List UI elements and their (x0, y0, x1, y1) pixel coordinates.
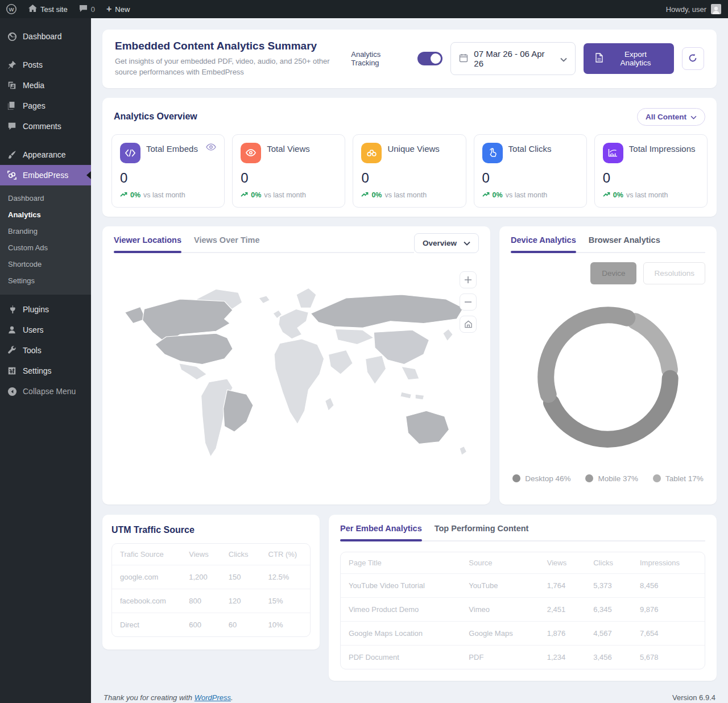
dropdown-value: Overview (423, 239, 457, 247)
analytics-tracking-label: Analytics Tracking (351, 50, 410, 67)
map-zoom-in-button[interactable] (460, 271, 477, 288)
tab-viewer-locations[interactable]: Viewer Locations (114, 235, 181, 252)
howdy-text[interactable]: Howdy, user (666, 5, 706, 14)
pushpin-icon (7, 60, 17, 70)
table-header-row: Trafic SourceViewsClicksCTR (%) (112, 544, 310, 565)
sidebar-item-collapse-menu[interactable]: Collapse Menu (0, 381, 91, 402)
sidebar-item-plugins[interactable]: Plugins (0, 299, 91, 320)
chevron-down-icon (690, 113, 697, 121)
tab-top-performing-content[interactable]: Top Performing Content (435, 524, 529, 540)
table-cell: 1,764 (539, 573, 585, 597)
submenu-item-dashboard[interactable]: Dashboard (0, 190, 91, 206)
admin-bar: W Test site 0 + New Howdy, user (0, 0, 728, 18)
content-filter-dropdown[interactable]: All Content (637, 108, 705, 126)
stat-title: Total Embeds (146, 143, 198, 155)
resolutions-toggle-button[interactable]: Resolutions (643, 262, 705, 284)
trend-up-icon (241, 191, 248, 199)
sidebar-item-users[interactable]: Users (0, 320, 91, 340)
dashboard-icon (7, 31, 17, 42)
submenu-item-branding[interactable]: Branding (0, 223, 91, 239)
sidebar-item-media[interactable]: Media (0, 75, 91, 96)
device-toggle-button[interactable]: Device (590, 262, 636, 284)
map-zoom-out-button[interactable] (460, 293, 477, 311)
device-analytics-panel: Device Analytics Browser Analytics Devic… (499, 226, 717, 504)
table-row: Vimeo Product DemoVimeo2,4516,3459,876 (341, 597, 705, 621)
map-controls (460, 271, 477, 333)
pages-icon (7, 101, 17, 111)
trend-up-icon (482, 191, 490, 199)
sidebar-item-label: Tools (23, 346, 42, 355)
stat-title: Total Views (267, 143, 310, 155)
sidebar-item-comments[interactable]: Comments (0, 116, 91, 137)
tab-views-over-time[interactable]: Views Over Time (194, 235, 260, 252)
table-cell: 600 (181, 613, 221, 636)
table-cell: 800 (181, 589, 221, 613)
world-map[interactable] (114, 258, 479, 495)
sidebar-item-dashboard[interactable]: Dashboard (0, 26, 91, 47)
submenu-item-analytics[interactable]: Analytics (0, 206, 91, 223)
wordpress-logo-icon[interactable]: W (0, 0, 23, 18)
table-cell: google.com (112, 565, 181, 589)
wordpress-link[interactable]: WordPress (195, 693, 231, 702)
sidebar-item-tools[interactable]: Tools (0, 340, 91, 361)
analytics-tracking-toggle[interactable] (417, 52, 442, 65)
submenu-item-custom-ads[interactable]: Custom Ads (0, 239, 91, 256)
refresh-button[interactable] (682, 47, 704, 70)
table-cell: 3,456 (585, 645, 632, 669)
date-range-value: 07 Mar 26 - 06 Apr 26 (474, 49, 555, 68)
tab-device-analytics[interactable]: Device Analytics (511, 235, 576, 252)
legend-item-desktop: Desktop 46% (512, 474, 570, 483)
sidebar-item-pages[interactable]: Pages (0, 96, 91, 116)
watch-eye-icon[interactable] (206, 143, 216, 153)
comments-indicator[interactable]: 0 (73, 0, 101, 18)
column-header: Views (539, 552, 585, 574)
stat-cards: Total Embeds 0 0% vs last month Total Vi… (111, 134, 708, 208)
embedpress-submenu: Dashboard Analytics Branding Custom Ads … (0, 185, 91, 295)
tab-browser-analytics[interactable]: Browser Analytics (589, 235, 660, 252)
map-overview-dropdown[interactable]: Overview (414, 233, 479, 253)
trend-suffix: vs last month (384, 191, 427, 199)
table-cell: Direct (112, 613, 181, 636)
home-icon (28, 5, 37, 14)
legend-label: Tablet 17% (665, 474, 704, 483)
user-avatar[interactable] (711, 4, 721, 14)
export-label: Export Analytics (609, 50, 662, 67)
donut-segment-mobile (546, 315, 627, 394)
table-cell: 150 (221, 565, 260, 589)
table-cell: PDF Document (341, 645, 461, 669)
legend-label: Desktop 46% (525, 474, 570, 483)
submenu-item-settings[interactable]: Settings (0, 272, 91, 289)
sidebar-item-embedpress[interactable]: EmbedPress (0, 165, 91, 185)
column-header: Views (181, 544, 221, 565)
site-link[interactable]: Test site (23, 0, 73, 18)
table-cell: PDF (461, 645, 539, 669)
map-reset-home-button[interactable] (460, 316, 477, 333)
stat-title: Total Clicks (508, 143, 552, 155)
trend-value: 0% (130, 191, 140, 199)
filter-label: All Content (646, 113, 686, 121)
thanks-prefix: Thank you for creating with (104, 693, 195, 702)
export-analytics-button[interactable]: Export Analytics (584, 43, 673, 74)
date-range-picker[interactable]: 07 Mar 26 - 06 Apr 26 (450, 42, 576, 75)
table-cell: YouTube (461, 573, 539, 597)
trend-suffix: vs last month (264, 191, 306, 199)
sidebar-item-label: Media (23, 81, 44, 90)
table-cell: 2,451 (539, 597, 585, 621)
new-content-button[interactable]: + New (101, 0, 135, 18)
submenu-item-shortcode[interactable]: Shortcode (0, 256, 91, 272)
binoculars-icon (361, 143, 382, 163)
sidebar-item-settings[interactable]: Settings (0, 361, 91, 381)
utm-title: UTM Traffic Source (111, 525, 311, 535)
table-cell: 12.5% (260, 565, 310, 589)
column-header: CTR (%) (260, 544, 310, 565)
trend-value: 0% (371, 191, 382, 199)
sidebar-item-appearance[interactable]: Appearance (0, 144, 91, 165)
current-menu-arrow (86, 171, 91, 179)
per-embed-table: Page TitleSourceViewsClicksImpressionsYo… (341, 552, 705, 669)
plus-icon: + (106, 4, 111, 14)
tab-per-embed-analytics[interactable]: Per Embed Analytics (340, 524, 422, 540)
svg-text:W: W (9, 6, 14, 13)
sidebar-item-posts[interactable]: Posts (0, 55, 91, 75)
embedpress-logo-icon (7, 170, 17, 180)
legend-dot (653, 474, 661, 482)
